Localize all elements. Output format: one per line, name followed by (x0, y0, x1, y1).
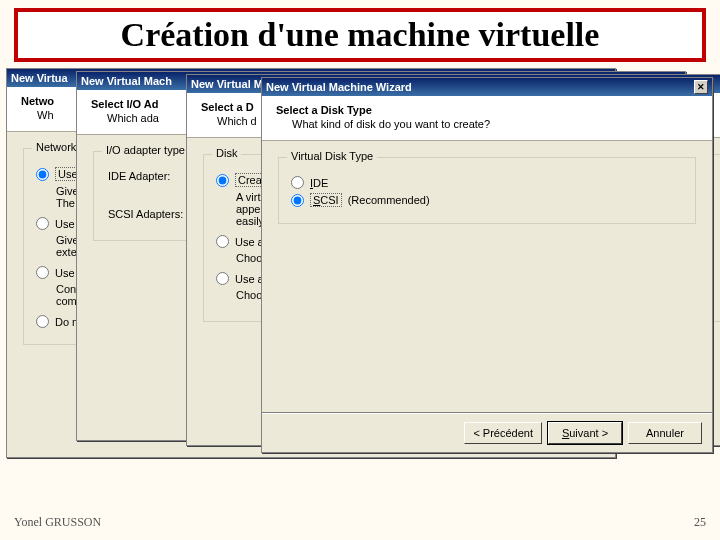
radio-input[interactable] (36, 168, 49, 181)
next-button[interactable]: Suivant > (548, 422, 622, 444)
radio-label: Use (55, 267, 75, 279)
back-button[interactable]: < Précédent (464, 422, 542, 444)
titlebar-text: New Virtua (11, 69, 68, 87)
slide-title: Création d'une machine virtuelle (121, 16, 600, 53)
slide-title-box: Création d'une machine virtuelle (14, 8, 706, 62)
button-divider (262, 412, 712, 414)
radio-label: SCSI (310, 193, 342, 207)
radio-input[interactable] (291, 194, 304, 207)
wizard-body: Virtual Disk Type IDE SCSI (Recommended) (262, 141, 712, 234)
footer-author: Yonel GRUSSON (14, 515, 101, 530)
header-title: Select a Disk Type (276, 104, 692, 116)
titlebar[interactable]: New Virtual Machine Wizard ✕ (262, 78, 712, 96)
wizard-stack: New Virtua Netwo Wh Network Use Give The… (6, 68, 714, 468)
radio-ide[interactable]: IDE (291, 176, 683, 189)
radio-input[interactable] (36, 217, 49, 230)
group-legend: I/O adapter type (102, 144, 189, 156)
radio-scsi[interactable]: SCSI (Recommended) (291, 193, 683, 207)
radio-input[interactable] (291, 176, 304, 189)
wizard-header: Select a Disk Type What kind of disk do … (262, 96, 712, 141)
cancel-button[interactable]: Annuler (628, 422, 702, 444)
radio-input[interactable] (36, 266, 49, 279)
titlebar-text: New Virtual Mach (81, 72, 172, 90)
group-legend: Network (32, 141, 80, 153)
wizard-disk-type: New Virtual Machine Wizard ✕ Select a Di… (261, 77, 713, 453)
close-icon[interactable]: ✕ (694, 80, 708, 94)
header-subtitle: What kind of disk do you want to create? (292, 118, 692, 130)
footer-page: 25 (694, 515, 706, 530)
group-legend: Virtual Disk Type (287, 150, 377, 162)
recommended-hint: (Recommended) (348, 194, 430, 206)
radio-label: Do n (55, 316, 78, 328)
radio-input[interactable] (216, 235, 229, 248)
radio-label: IDE (310, 177, 328, 189)
disk-type-group: Virtual Disk Type IDE SCSI (Recommended) (278, 157, 696, 224)
group-legend: Disk (212, 147, 241, 159)
titlebar-text: New Virtual Machine Wizard (266, 78, 412, 96)
radio-input[interactable] (36, 315, 49, 328)
radio-input[interactable] (216, 272, 229, 285)
radio-label: Use (55, 218, 75, 230)
button-bar: < Précédent Suivant > Annuler (464, 422, 702, 444)
radio-input[interactable] (216, 174, 229, 187)
titlebar-text: New Virtual Ma (191, 75, 269, 93)
